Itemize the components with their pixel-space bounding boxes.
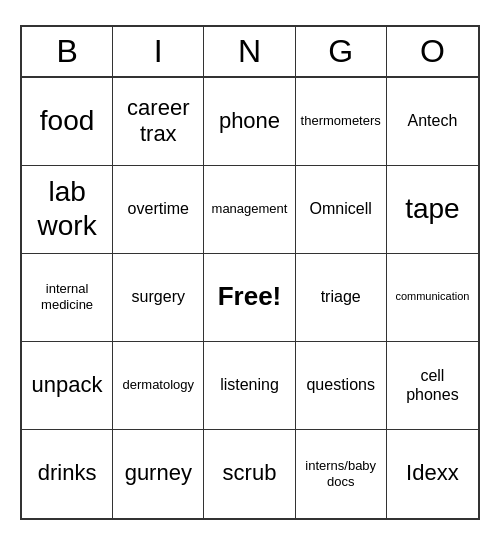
bingo-cell: phone xyxy=(204,78,295,166)
bingo-cell: scrub xyxy=(204,430,295,518)
bingo-cell: unpack xyxy=(22,342,113,430)
header-letter: N xyxy=(204,27,295,76)
bingo-cell: thermometers xyxy=(296,78,387,166)
bingo-cell: Omnicell xyxy=(296,166,387,254)
cell-text: tape xyxy=(405,192,460,226)
cell-text: gurney xyxy=(125,460,192,486)
cell-text: overtime xyxy=(128,199,189,218)
cell-text: questions xyxy=(306,375,375,394)
bingo-cell: listening xyxy=(204,342,295,430)
cell-text: interns/babydocs xyxy=(305,458,376,489)
cell-text: Free! xyxy=(218,281,282,312)
cell-text: dermatology xyxy=(123,377,195,393)
cell-text: drinks xyxy=(38,460,97,486)
bingo-cell: internalmedicine xyxy=(22,254,113,342)
bingo-cell: Free! xyxy=(204,254,295,342)
bingo-cell: Idexx xyxy=(387,430,478,518)
cell-text: Idexx xyxy=(406,460,459,486)
cell-text: phone xyxy=(219,108,280,134)
bingo-cell: communication xyxy=(387,254,478,342)
bingo-cell: surgery xyxy=(113,254,204,342)
cell-text: food xyxy=(40,104,95,138)
cell-text: internalmedicine xyxy=(41,281,93,312)
bingo-cell: triage xyxy=(296,254,387,342)
bingo-cell: drinks xyxy=(22,430,113,518)
cell-text: surgery xyxy=(132,287,185,306)
bingo-cell: Antech xyxy=(387,78,478,166)
cell-text: unpack xyxy=(32,372,103,398)
cell-text: thermometers xyxy=(301,113,381,129)
cell-text: careertrax xyxy=(127,95,189,148)
bingo-cell: cellphones xyxy=(387,342,478,430)
bingo-cell: food xyxy=(22,78,113,166)
bingo-cell: dermatology xyxy=(113,342,204,430)
bingo-cell: questions xyxy=(296,342,387,430)
cell-text: scrub xyxy=(223,460,277,486)
bingo-header: BINGO xyxy=(22,27,478,78)
header-letter: B xyxy=(22,27,113,76)
cell-text: cellphones xyxy=(406,366,459,404)
header-letter: I xyxy=(113,27,204,76)
cell-text: triage xyxy=(321,287,361,306)
bingo-cell: labwork xyxy=(22,166,113,254)
cell-text: management xyxy=(212,201,288,217)
bingo-cell: careertrax xyxy=(113,78,204,166)
header-letter: O xyxy=(387,27,478,76)
bingo-cell: gurney xyxy=(113,430,204,518)
bingo-grid: foodcareertraxphonethermometersAntechlab… xyxy=(22,78,478,518)
bingo-cell: interns/babydocs xyxy=(296,430,387,518)
cell-text: Antech xyxy=(407,111,457,130)
cell-text: communication xyxy=(395,290,469,303)
bingo-cell: overtime xyxy=(113,166,204,254)
bingo-card: BINGO foodcareertraxphonethermometersAnt… xyxy=(20,25,480,520)
bingo-cell: management xyxy=(204,166,295,254)
header-letter: G xyxy=(296,27,387,76)
cell-text: listening xyxy=(220,375,279,394)
bingo-cell: tape xyxy=(387,166,478,254)
cell-text: Omnicell xyxy=(310,199,372,218)
cell-text: labwork xyxy=(38,175,97,242)
